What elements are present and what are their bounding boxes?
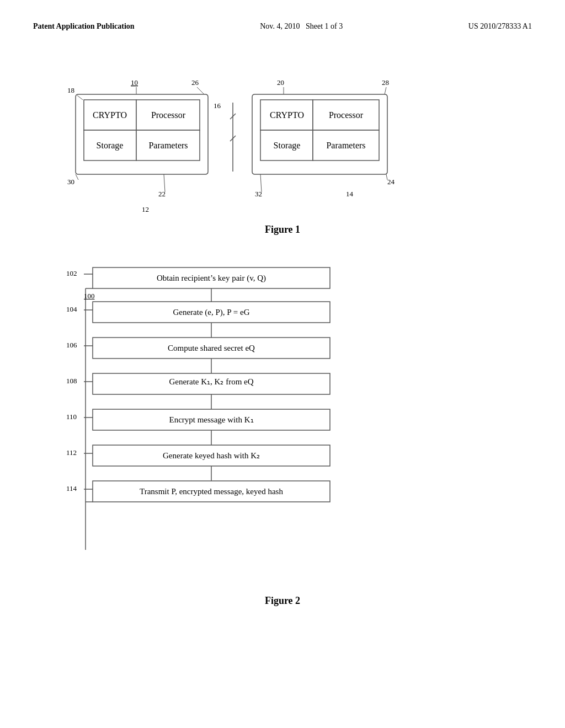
figure1-caption: Figure 1 xyxy=(33,224,532,235)
header-center: Nov. 4, 2010 Sheet 1 of 3 xyxy=(260,22,343,31)
svg-text:110: 110 xyxy=(66,413,77,421)
svg-text:Parameters: Parameters xyxy=(326,141,365,150)
svg-line-13 xyxy=(197,87,204,94)
figure1-svg: CRYPTO Processor Storage Parameters 18 1… xyxy=(33,64,532,218)
svg-line-38 xyxy=(386,174,387,180)
svg-rect-2 xyxy=(84,130,136,160)
header-right: US 2010/278333 A1 xyxy=(468,22,532,31)
header-sheet: Sheet 1 of 3 xyxy=(306,22,343,30)
svg-text:CRYPTO: CRYPTO xyxy=(93,110,127,120)
svg-text:Generate K₁, K₂ from eQ: Generate K₁, K₂ from eQ xyxy=(169,377,253,386)
svg-rect-3 xyxy=(136,130,200,160)
svg-text:14: 14 xyxy=(346,190,354,198)
svg-line-34 xyxy=(385,87,386,94)
ref-100: 100 xyxy=(84,292,95,301)
svg-text:CRYPTO: CRYPTO xyxy=(270,110,304,120)
svg-rect-25 xyxy=(260,130,313,160)
svg-rect-24 xyxy=(313,100,379,130)
svg-text:32: 32 xyxy=(255,190,262,198)
svg-text:22: 22 xyxy=(158,190,166,198)
svg-text:16: 16 xyxy=(214,101,221,110)
header-left: Patent Application Publication xyxy=(33,22,135,31)
svg-text:30: 30 xyxy=(67,178,74,186)
figure2-caption: Figure 2 xyxy=(33,595,532,607)
svg-rect-1 xyxy=(136,100,200,130)
svg-text:112: 112 xyxy=(66,448,77,457)
figure1-container: CRYPTO Processor Storage Parameters 18 1… xyxy=(33,64,532,218)
svg-text:18: 18 xyxy=(67,86,74,94)
svg-text:108: 108 xyxy=(66,377,77,385)
svg-text:Encrypt message with K₁: Encrypt message with K₁ xyxy=(169,415,253,424)
svg-text:Storage: Storage xyxy=(274,141,301,151)
svg-line-9 xyxy=(77,95,83,100)
svg-text:Obtain recipient’s key pair (v: Obtain recipient’s key pair (v, Q) xyxy=(157,274,266,283)
page: Patent Application Publication Nov. 4, 2… xyxy=(0,0,565,728)
svg-text:Parameters: Parameters xyxy=(148,141,188,150)
figure2-container: 100 102 Obtain recipient’s key pair (v, … xyxy=(33,258,532,607)
svg-text:106: 106 xyxy=(66,341,77,349)
svg-line-16 xyxy=(76,174,78,180)
svg-text:Transmit P, encrypted message,: Transmit P, encrypted message, keyed has… xyxy=(140,487,283,496)
svg-text:Processor: Processor xyxy=(329,110,364,120)
header: Patent Application Publication Nov. 4, 2… xyxy=(33,22,532,31)
svg-rect-26 xyxy=(313,130,379,160)
svg-text:28: 28 xyxy=(382,78,389,87)
svg-line-18 xyxy=(164,174,165,192)
svg-text:24: 24 xyxy=(387,178,395,186)
svg-text:102: 102 xyxy=(66,269,77,277)
svg-line-21 xyxy=(230,114,236,119)
svg-line-36 xyxy=(260,174,262,192)
svg-text:26: 26 xyxy=(191,78,199,87)
svg-rect-23 xyxy=(260,100,313,130)
svg-text:Storage: Storage xyxy=(97,141,124,151)
svg-rect-0 xyxy=(84,100,136,130)
svg-line-22 xyxy=(230,136,236,141)
svg-text:Processor: Processor xyxy=(151,110,186,120)
figure2-svg: 102 Obtain recipient’s key pair (v, Q) 1… xyxy=(50,258,436,583)
header-date: Nov. 4, 2010 xyxy=(260,22,300,30)
svg-text:Generate keyed hash with K₂: Generate keyed hash with K₂ xyxy=(163,451,260,460)
svg-text:20: 20 xyxy=(277,78,284,87)
svg-text:Generate (e, P), P = eG: Generate (e, P), P = eG xyxy=(173,308,249,317)
svg-text:Compute shared secret eQ: Compute shared secret eQ xyxy=(168,344,255,352)
svg-text:12: 12 xyxy=(142,205,149,213)
svg-text:114: 114 xyxy=(66,484,77,493)
svg-text:104: 104 xyxy=(66,305,77,313)
svg-text:10: 10 xyxy=(131,78,138,87)
